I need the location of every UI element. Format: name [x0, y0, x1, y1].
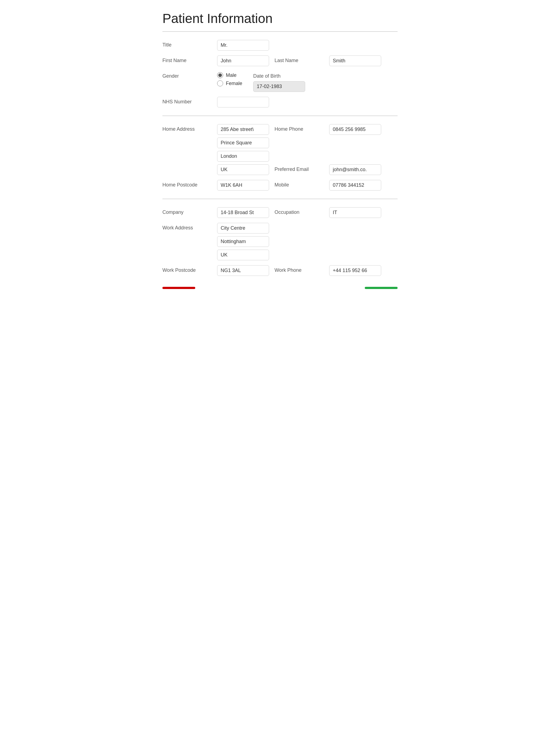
company-input[interactable] [217, 207, 269, 218]
dob-label: Date of Birth [253, 71, 302, 79]
work-section: Company Occupation Work Address Work Pos… [162, 207, 398, 276]
occupation-label: Occupation [275, 207, 324, 215]
home-address-line1-input[interactable] [217, 124, 269, 135]
mobile-input[interactable] [329, 180, 381, 190]
gender-dob-row: Gender Male Female Date of Birth 17-02-1… [162, 71, 398, 92]
gender-male-radio[interactable] [217, 72, 223, 78]
nhs-label: NHS Number [162, 97, 217, 105]
work-address-line2-input[interactable] [217, 236, 269, 247]
gender-radio-group: Male Female [217, 71, 242, 86]
title-label: Title [162, 40, 217, 48]
occupation-input[interactable] [329, 207, 381, 218]
address-section: Home Address Home Phone Preferred Email … [162, 124, 398, 190]
work-address-row: Work Address [162, 223, 398, 260]
home-postcode-label: Home Postcode [162, 180, 217, 188]
work-address-line3-input[interactable] [217, 250, 269, 260]
name-row: First Name Last Name [162, 55, 398, 66]
company-label: Company [162, 207, 217, 215]
work-address-inputs [217, 223, 269, 260]
preferred-email-input[interactable] [329, 164, 381, 175]
section-divider-top [162, 31, 398, 32]
section-divider-address [162, 115, 398, 116]
gender-label: Gender [162, 71, 217, 79]
personal-info-section: Title First Name Last Name Gender Male F… [162, 40, 398, 107]
first-name-label: First Name [162, 55, 217, 63]
home-address-line4-pair: Preferred Email [217, 164, 381, 175]
work-phone-input[interactable] [329, 265, 381, 276]
work-phone-label: Work Phone [275, 265, 324, 273]
gender-male-option[interactable]: Male [217, 72, 242, 78]
home-phone-input[interactable] [329, 124, 381, 135]
home-phone-label: Home Phone [275, 124, 324, 132]
cancel-button[interactable] [162, 287, 195, 289]
gender-female-option[interactable]: Female [217, 80, 242, 86]
save-button[interactable] [365, 287, 398, 289]
company-pair: Occupation [217, 207, 381, 218]
first-name-input[interactable] [217, 55, 269, 66]
preferred-email-label: Preferred Email [275, 164, 324, 172]
nhs-row: NHS Number [162, 97, 398, 107]
work-postcode-row: Work Postcode Work Phone [162, 265, 398, 276]
home-postcode-pair: Mobile [217, 180, 381, 190]
home-address-inputs: Home Phone Preferred Email [217, 124, 381, 175]
home-address-line2-input[interactable] [217, 137, 269, 148]
work-postcode-label: Work Postcode [162, 265, 217, 273]
title-row: Title [162, 40, 398, 51]
nhs-input[interactable] [217, 97, 269, 107]
work-address-line1-input[interactable] [217, 223, 269, 233]
company-row: Company Occupation [162, 207, 398, 218]
title-input[interactable] [217, 40, 269, 51]
home-postcode-input[interactable] [217, 180, 269, 190]
bottom-buttons [162, 284, 398, 289]
gender-male-label: Male [226, 73, 236, 78]
gender-female-radio[interactable] [217, 80, 223, 86]
gender-female-label: Female [226, 81, 242, 86]
work-address-label: Work Address [162, 223, 217, 231]
mobile-label: Mobile [275, 180, 324, 188]
home-address-line3-input[interactable] [217, 151, 269, 162]
work-postcode-input[interactable] [217, 265, 269, 276]
gender-dob-pair: Male Female Date of Birth 17-02-1983 [217, 71, 305, 92]
name-field-pair: Last Name [217, 55, 381, 66]
page-title: Patient Information [162, 11, 398, 26]
dob-display: 17-02-1983 [253, 81, 305, 92]
home-postcode-row: Home Postcode Mobile [162, 180, 398, 190]
home-address-label: Home Address [162, 124, 217, 132]
home-address-line1-pair: Home Phone [217, 124, 381, 135]
work-postcode-pair: Work Phone [217, 265, 381, 276]
home-address-row: Home Address Home Phone Preferred Email [162, 124, 398, 175]
home-address-line4-input[interactable] [217, 164, 269, 175]
last-name-label: Last Name [275, 55, 324, 63]
last-name-input[interactable] [329, 55, 381, 66]
